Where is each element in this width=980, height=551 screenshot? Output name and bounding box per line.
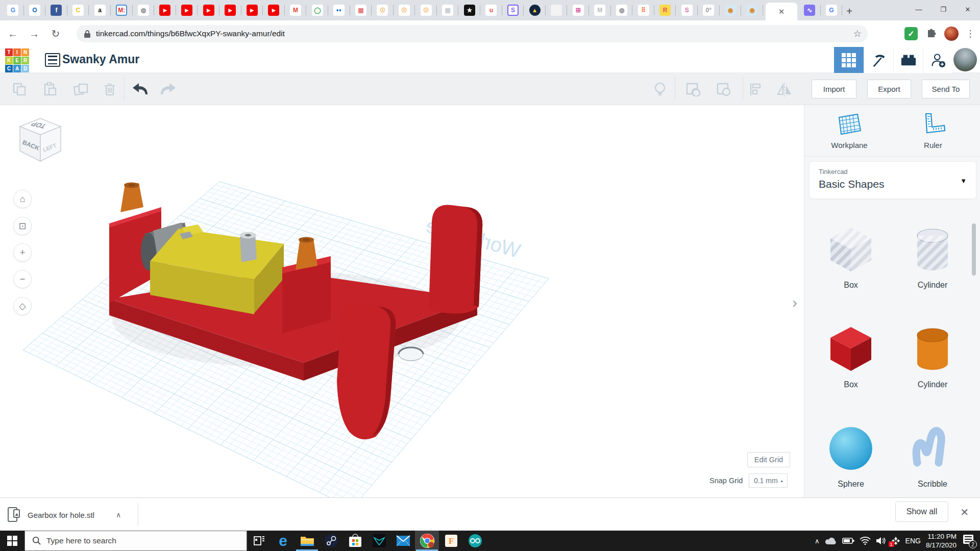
paste-button[interactable] (41, 80, 59, 98)
maximize-button[interactable]: ❐ (931, 0, 955, 18)
pinned-tab-scribd[interactable]: S (502, 0, 524, 20)
tab-close-icon[interactable]: ✕ (778, 7, 785, 16)
panel-collapse-chevron[interactable]: › (792, 294, 797, 311)
url-field[interactable]: tinkercad.com/things/b6BfwcXqxPY-swanky-… (77, 25, 868, 42)
pinned-tab-hacks4kidz[interactable]: ⊞ (567, 0, 589, 20)
pinned-tab-simplenote[interactable]: ∿ (799, 0, 821, 20)
share-invite-button[interactable] (923, 47, 952, 73)
extensions-puzzle-icon[interactable] (925, 28, 937, 40)
undo-button[interactable] (131, 80, 149, 98)
show-all-button[interactable]: Show all (895, 502, 948, 522)
brick-export-button[interactable] (893, 47, 923, 73)
tinkercad-logo[interactable]: TINKERCAD (5, 48, 29, 72)
shape-cylinder-hole[interactable]: Cylinder (902, 220, 963, 290)
perspective-toggle-button[interactable]: ◇ (13, 297, 32, 315)
pinned-tab-idea-1[interactable]: ☉ (372, 0, 394, 20)
pinned-tab-sololearn[interactable]: ▴ (524, 0, 546, 20)
mirror-button[interactable] (775, 80, 794, 98)
download-bar-close-icon[interactable]: ✕ (960, 506, 969, 518)
back-button[interactable]: ← (4, 25, 21, 42)
close-button[interactable]: ✕ (955, 0, 980, 18)
pinned-tab-flickr[interactable]: •• (328, 0, 350, 20)
pinned-tab-dots-orange[interactable]: ⠿ (632, 0, 654, 20)
pinned-tab-robot-1[interactable]: ◉ (720, 0, 742, 20)
snap-grid-dropdown[interactable]: 0.1 mm ▴ (749, 473, 788, 488)
download-item[interactable]: Gearbox for hole.stl ∧ (7, 504, 121, 525)
model-knob-left[interactable] (120, 183, 143, 213)
pinned-tab-circuits-red[interactable]: ▦ (350, 0, 372, 20)
ruler-tool-button[interactable]: Ruler (902, 112, 964, 149)
minimize-button[interactable]: — (906, 0, 931, 18)
delete-button[interactable] (101, 80, 119, 98)
copy-button[interactable] (10, 80, 29, 98)
taskbar-app-edge[interactable]: e (271, 531, 295, 551)
shape-box-solid[interactable]: Box (820, 320, 881, 389)
3d-viewport[interactable]: Workplane (0, 105, 804, 497)
taskbar-app-microsoft-store[interactable] (343, 531, 367, 551)
pinned-tab-medium[interactable]: M: (111, 0, 133, 20)
shape-library-dropdown[interactable]: Tinkercad Basic Shapes ▼ (809, 161, 976, 199)
pinned-tab-youtube-3[interactable]: ▶ (198, 0, 219, 20)
view-cube[interactable]: TOP BACK LEFT (20, 118, 61, 161)
edit-grid-button[interactable]: Edit Grid (747, 452, 790, 467)
shape-box-hole[interactable]: Box (820, 220, 881, 290)
pinned-tab-youtube-5[interactable]: ▶ (241, 0, 263, 20)
group-button[interactable] (684, 80, 702, 98)
zoom-in-button[interactable]: + (13, 243, 32, 262)
model-shaft[interactable] (240, 232, 257, 263)
start-button[interactable] (0, 531, 24, 551)
taskbar-search-box[interactable]: Type here to search (24, 531, 247, 551)
taskbar-app-file-explorer[interactable] (295, 531, 319, 551)
import-button[interactable]: Import (812, 80, 856, 98)
pinned-tab-robot-2[interactable]: ◉ (741, 0, 763, 20)
user-avatar[interactable] (953, 48, 977, 71)
duplicate-button[interactable] (72, 80, 90, 98)
workplane-canvas[interactable]: Workplane (0, 105, 804, 497)
taskbar-app-task-view[interactable] (247, 531, 271, 551)
new-tab-button[interactable]: + (842, 4, 856, 18)
browser-profile-avatar[interactable] (944, 27, 959, 41)
taskbar-app-arduino[interactable] (463, 531, 487, 551)
pinned-tab-udemy[interactable]: u (480, 0, 502, 20)
pinned-tab-google-translate[interactable]: G (2, 0, 24, 20)
taskbar-app-fusion-360[interactable]: F (439, 531, 463, 551)
properties-list-icon[interactable] (45, 53, 60, 67)
design-title[interactable]: Swanky Amur (62, 53, 139, 66)
panel-scrollbar[interactable] (972, 223, 976, 276)
pinned-tab-m-grey[interactable]: M (589, 0, 611, 20)
volume-icon[interactable] (876, 537, 886, 545)
onedrive-cloud-icon[interactable] (825, 537, 837, 545)
pinned-tab-star-black[interactable]: ★ (458, 0, 480, 20)
pinned-tab-circuits-white[interactable]: ▦ (437, 0, 459, 20)
active-tab-tinkercad[interactable]: ✕ (766, 3, 797, 20)
shape-scribble-solid[interactable]: Scribble (902, 419, 963, 489)
pinned-tab-cracked[interactable]: C (67, 0, 89, 20)
taskbar-app-predator-sense[interactable] (367, 531, 391, 551)
language-indicator[interactable]: ENG (905, 537, 921, 545)
workplane-tool-button[interactable]: Workplane (819, 112, 880, 149)
pinned-tab-amazon[interactable]: a (89, 0, 111, 20)
pinned-tab-r-card[interactable]: R (654, 0, 676, 20)
tray-chevron-icon[interactable]: ∧ (815, 537, 820, 545)
export-button[interactable]: Export (867, 80, 911, 98)
redo-button[interactable] (159, 80, 178, 98)
taskbar-app-steam[interactable] (319, 531, 343, 551)
fit-view-button[interactable]: ⊡ (13, 217, 32, 235)
pinned-tab-facebook[interactable]: f (45, 0, 67, 20)
download-expand-icon[interactable]: ∧ (116, 511, 121, 519)
zoom-out-button[interactable]: − (13, 270, 32, 288)
pinned-tab-youtube-2[interactable]: ▶ (176, 0, 198, 20)
battery-icon[interactable] (842, 537, 854, 544)
forward-button[interactable]: → (26, 25, 43, 42)
pinned-tab-outlook[interactable]: O (24, 0, 46, 20)
minecraft-export-button[interactable] (864, 47, 893, 73)
pinned-tab-blank[interactable] (546, 0, 568, 20)
pinned-tab-youtube-1[interactable]: ▶ (154, 0, 176, 20)
taskbar-clock[interactable]: 11:20 PM 8/17/2020 (926, 532, 957, 549)
home-view-button[interactable]: ⌂ (13, 190, 32, 208)
align-button[interactable] (746, 80, 765, 98)
pinned-tab-youtube-4[interactable]: ▶ (219, 0, 241, 20)
reload-button[interactable]: ↻ (47, 25, 64, 42)
bookmark-star-icon[interactable]: ☆ (853, 28, 862, 39)
ungroup-button[interactable] (715, 80, 733, 98)
